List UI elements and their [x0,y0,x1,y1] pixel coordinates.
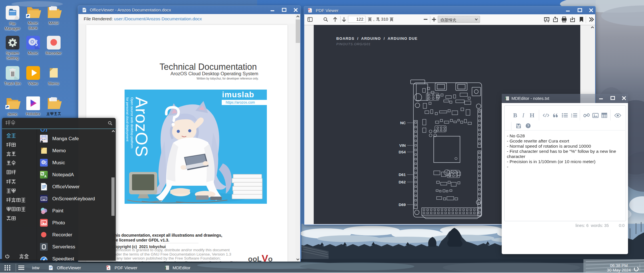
svg-text:?: ? [527,124,529,128]
svg-text:NC: NC [400,121,406,125]
svg-text:D54: D54 [399,150,406,154]
svg-text:A: A [44,175,47,178]
svg-text:D61: D61 [399,173,406,177]
svg-text:PDF: PDF [308,9,310,10]
svg-text:PDF: PDF [106,266,109,267]
svg-text:3: 3 [571,116,572,118]
svg-text:N: N [41,172,43,175]
svg-text:BOARDS / ARDUINO / ARDUINO: BOARDS / ARDUINO / ARDUINO DUE [336,36,418,41]
svg-text:D62: D62 [399,180,406,184]
svg-text:VIN: VIN [399,143,406,148]
svg-text:D69: D69 [399,203,406,207]
svg-text:PINOUTS.ORG/G01: PINOUTS.ORG/G01 [336,42,371,46]
